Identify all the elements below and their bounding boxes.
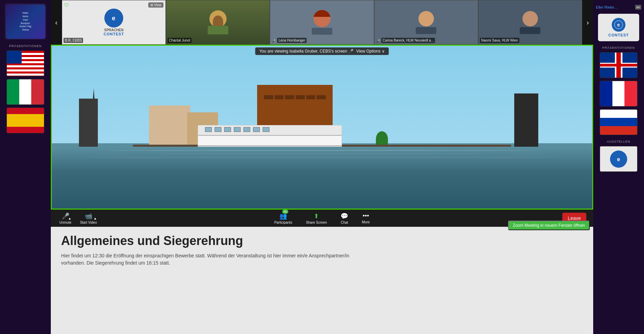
svg-text:e: e (617, 22, 620, 27)
share-screen-button[interactable]: ⬆ Share Screen (304, 212, 329, 224)
next-participant-button[interactable]: › (582, 0, 593, 45)
participants-bar: ‹ e SPRACHEN CONTEST (51, 0, 593, 45)
view-options-button[interactable]: View Options ∨ (356, 49, 385, 54)
viewing-text: You are viewing Isabella Gruber, CEBS's … (259, 49, 353, 54)
sidebar-thumb-russia-flag[interactable] (600, 109, 637, 135)
muted-icon-3: 🎤 (272, 39, 276, 43)
tile-name-label-4: Carina Bareck, HLW Neusiedl a... (381, 38, 435, 43)
e-contest-icon: e (614, 20, 623, 30)
shared-screen-content: Mississippi Queen (52, 46, 592, 209)
lang-badge: en (635, 5, 641, 10)
start-video-group: 📹 Start Video ▲ (78, 212, 97, 224)
sidebar-logo: HalloHelloCiaoBonjourGuten TagVirtua (5, 3, 46, 40)
participant-tile-5: Naomi Sava, HLW Wien (478, 0, 582, 45)
viewing-banner: You are viewing Isabella Gruber, CEBS's … (255, 47, 389, 55)
participants-icon: 👥 (279, 213, 287, 220)
tile-name-label-5: Naomi Sava, HLW Wien (480, 38, 519, 43)
right-building (514, 93, 538, 147)
participant-tile-2: Chantal Junot (166, 0, 270, 45)
contest-text: CONTEST (608, 33, 629, 37)
svg-text:e: e (617, 156, 620, 162)
security-shield-icon: 🛡 (64, 2, 69, 8)
toolbar-center: 👥 95 Participants ⬆ Share Screen 💬 Chat (273, 212, 371, 224)
share-screen-icon: ⬆ (314, 212, 319, 220)
right-sidebar-ausstellen-label: AUSSTELLEN (607, 140, 631, 143)
zoom-container: ‹ e SPRACHEN CONTEST (51, 0, 593, 227)
building-1 (149, 105, 190, 147)
participant-tiles: e SPRACHEN CONTEST 🛡 ⊞ View B R, CEBS (62, 0, 582, 45)
sidebar-thumb-us-flag[interactable] (7, 51, 44, 76)
more-label: More (362, 220, 370, 224)
participant-tile-4: 🎤 Carina Bareck, HLW Neusiedl a... (374, 0, 478, 45)
cathedral-body (79, 99, 98, 147)
page-title: Allgemeines und Siegerehrung (61, 234, 583, 248)
toolbar-left: 🎤 Unmute ▲ 📹 Start Video ▲ (58, 212, 97, 224)
tile-contest-icon: e (108, 12, 120, 24)
participant-tile-3: 🎤 Lena Hornbanger (270, 0, 374, 45)
start-video-label: Start Video (80, 221, 97, 224)
main-content: ‹ e SPRACHEN CONTEST (51, 0, 593, 227)
right-sidebar-prasentationen-label: PRÄSENTATIONEN (602, 46, 635, 49)
left-sidebar: HalloHelloCiaoBonjourGuten TagVirtua PRÄ… (0, 0, 51, 334)
participants-icon-wrapper: 👥 95 (279, 212, 287, 220)
chat-label: Chat (341, 221, 348, 224)
participants-label: Participants (274, 221, 292, 224)
tile-name-label-2: Chantal Junot (168, 38, 192, 43)
page-description: Hier findet um 12:30 die Eröffnung der e… (61, 252, 370, 267)
tile-name-label-1: B R, CEBS (64, 38, 83, 43)
screen-share-area: Mississippi Queen (51, 45, 593, 210)
chat-icon: 💬 (341, 212, 348, 220)
right-header: Elke Rieke... en (595, 3, 643, 11)
contest-thumb-icon: e (613, 154, 624, 164)
video-icon: 📹 (85, 212, 92, 220)
svg-text:e: e (112, 15, 115, 22)
video-caret[interactable]: ▲ (93, 216, 97, 220)
sidebar-thumb-spain-flag[interactable] (7, 108, 44, 133)
tile-name-label-3: Lena Hornbanger (277, 38, 307, 43)
participant-tile-1: e SPRACHEN CONTEST 🛡 ⊞ View B R, CEBS (62, 0, 166, 45)
unmute-caret[interactable]: ▲ (68, 216, 71, 220)
view-button[interactable]: ⊞ View (148, 2, 163, 8)
sidebar-thumb-contest[interactable]: e (600, 146, 637, 172)
chat-button[interactable]: 💬 Chat (339, 212, 350, 224)
user-name: Elke Rieke... (596, 5, 617, 9)
sidebar-thumb-uk-flag[interactable] (600, 52, 637, 78)
left-sidebar-label: PRÄSENTATIONEN (9, 44, 42, 48)
unmute-group: 🎤 Unmute ▲ (58, 212, 71, 224)
unmute-label: Unmute (59, 221, 71, 224)
sidebar-thumb-italy-flag[interactable] (7, 79, 44, 105)
prev-participant-button[interactable]: ‹ (51, 0, 62, 45)
participants-button[interactable]: 👥 95 Participants (273, 212, 294, 224)
right-sidebar: Elke Rieke... en e CONTEST PRÄSENTATIONE… (593, 0, 644, 334)
muted-icon-4: 🎤 (376, 39, 380, 43)
more-icon: ••• (363, 212, 369, 220)
sidebar-thumb-france-flag[interactable] (600, 81, 637, 107)
participants-count: 95 (282, 210, 288, 214)
water (52, 147, 592, 209)
contest-logo-circle: e (612, 18, 625, 32)
more-button[interactable]: ••• More (360, 212, 371, 224)
word-cloud-image: HalloHelloCiaoBonjourGuten TagVirtua (6, 4, 45, 39)
contest-logo-box: e CONTEST (598, 14, 639, 41)
bottom-content: Zoom Meeting in neuem Fenster öffnen All… (51, 227, 593, 334)
word-cloud-text: HalloHelloCiaoBonjourGuten TagVirtua (20, 11, 31, 32)
open-zoom-button[interactable]: Zoom Meeting in neuem Fenster öffnen (508, 221, 590, 230)
share-screen-label: Share Screen (306, 221, 327, 224)
